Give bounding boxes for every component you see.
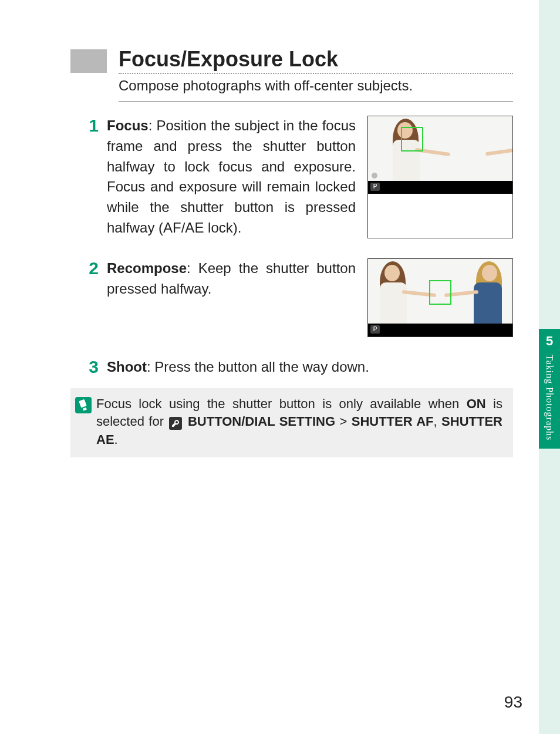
step-1-preview: P bbox=[367, 116, 513, 238]
chapter-title: Taking Photographs bbox=[544, 355, 555, 440]
wrench-icon bbox=[169, 417, 182, 430]
step-text: Shoot: Press the button all the way down… bbox=[107, 357, 369, 378]
mode-badge: P bbox=[370, 183, 380, 191]
note-on: ON bbox=[467, 396, 486, 411]
note-fragment: , bbox=[434, 414, 442, 429]
step-lead: Shoot bbox=[107, 359, 147, 375]
step-number: 2 bbox=[79, 258, 99, 337]
section-subtitle: Compose photographs with off-center subj… bbox=[119, 78, 513, 94]
section-marker-icon bbox=[70, 49, 107, 73]
step-description: : Position the subject in the focus fram… bbox=[107, 117, 356, 235]
focus-frame-icon bbox=[429, 280, 451, 305]
mode-badge: P bbox=[370, 325, 380, 334]
step-2: 2 Recompose: Keep the shutter button pre… bbox=[79, 258, 513, 337]
horizontal-rule bbox=[119, 101, 513, 102]
status-dot-icon bbox=[372, 173, 377, 179]
focus-frame-icon bbox=[401, 127, 423, 151]
page-content: Focus/Exposure Lock Compose photographs … bbox=[0, 0, 537, 734]
note-text: Focus lock using the shutter button is o… bbox=[96, 395, 502, 449]
chapter-side-tab: 5 Taking Photographs bbox=[539, 329, 560, 449]
note-fragment: . bbox=[114, 432, 118, 447]
section-title: Focus/Exposure Lock bbox=[119, 47, 513, 72]
step-3: 3 Shoot: Press the button all the way do… bbox=[79, 357, 513, 378]
note-shutter-af: SHUTTER AF bbox=[352, 414, 434, 429]
note-box: Focus lock using the shutter button is o… bbox=[70, 388, 513, 457]
note-icon bbox=[70, 395, 96, 414]
chapter-number: 5 bbox=[546, 334, 553, 349]
dotted-rule bbox=[119, 73, 513, 74]
section-header: Focus/Exposure Lock Compose photographs … bbox=[70, 47, 513, 97]
step-lead: Recompose bbox=[107, 260, 187, 276]
step-lead: Focus bbox=[107, 117, 149, 133]
step-text: Recompose: Keep the shutter button press… bbox=[107, 258, 356, 337]
page-number: 93 bbox=[504, 693, 522, 712]
step-number: 1 bbox=[79, 116, 99, 238]
note-fragment: > bbox=[335, 414, 352, 429]
step-description: : Press the button all the way down. bbox=[147, 359, 369, 375]
step-number: 3 bbox=[79, 357, 99, 378]
note-setting: BUTTON/DIAL SETTING bbox=[188, 414, 335, 429]
note-fragment: Focus lock using the shutter button is o… bbox=[96, 396, 467, 411]
step-1: 1 Focus: Position the subject in the foc… bbox=[79, 116, 513, 238]
step-text: Focus: Position the subject in the focus… bbox=[107, 116, 356, 238]
step-2-preview: P bbox=[367, 258, 513, 337]
